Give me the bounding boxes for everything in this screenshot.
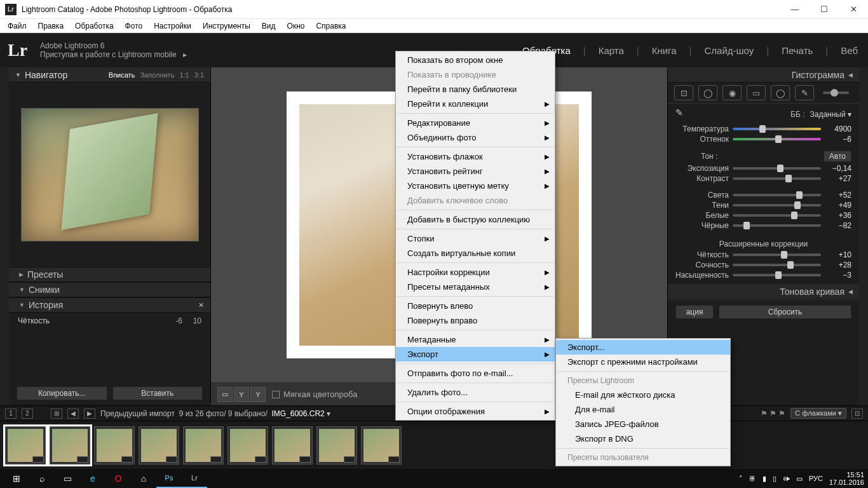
module-Карта[interactable]: Карта <box>596 45 627 56</box>
before-after-y-icon[interactable]: Y <box>234 387 249 402</box>
radial-tool-icon[interactable]: ◯ <box>771 85 790 100</box>
brand-line2[interactable]: Приступая к работе с Lightroom mobile <box>40 50 177 59</box>
ctx-item[interactable]: Отправить фото по e-mail... <box>396 366 555 381</box>
start-button[interactable]: ⊞ <box>4 469 29 488</box>
crop-tool-icon[interactable]: ⊡ <box>674 85 693 100</box>
ctx-item[interactable]: Настройки коррекции▶ <box>396 265 555 280</box>
film-thumb[interactable] <box>139 426 179 464</box>
slider-temperature[interactable]: Температура4900 <box>675 124 851 134</box>
maximize-button[interactable]: ☐ <box>810 0 839 19</box>
module-Слайд-шоу[interactable]: Слайд-шоу <box>702 45 757 56</box>
menu-photo[interactable]: Фото <box>120 20 148 32</box>
slider-blacks[interactable]: Чёрные−82 <box>675 220 851 231</box>
slider-whites[interactable]: Белые+36 <box>675 210 851 220</box>
slider-saturation[interactable]: Насыщенность−3 <box>675 270 851 280</box>
nav-3to1[interactable]: 3:1 <box>194 71 204 79</box>
menu-window[interactable]: Окно <box>282 20 310 32</box>
ctx-item[interactable]: Установить цветную метку▶ <box>396 179 555 193</box>
home-icon[interactable]: ⌂ <box>131 469 156 488</box>
copy-button[interactable]: Копировать... <box>17 386 107 400</box>
redeye-tool-icon[interactable]: ◉ <box>722 85 742 100</box>
ctx-item[interactable]: Экспорт в DNG <box>556 431 730 446</box>
second-display-icon[interactable]: 2 <box>22 409 33 419</box>
photoshop-taskbar-icon[interactable]: Ps <box>156 469 182 488</box>
film-thumb[interactable] <box>50 426 90 464</box>
ctx-item[interactable]: Опции отображения▶ <box>396 404 555 419</box>
tray-network-icon[interactable]: ▯ <box>773 475 776 483</box>
right-strip[interactable] <box>859 67 868 405</box>
ctx-item[interactable]: Экспорт▶ <box>396 347 555 362</box>
minimize-button[interactable]: — <box>780 0 810 19</box>
filmstrip-thumbs[interactable] <box>0 421 868 469</box>
ctx-item[interactable]: E-mail для жёсткого диска <box>556 388 730 402</box>
menu-view[interactable]: Вид <box>257 20 281 32</box>
ctx-item[interactable]: Запись JPEG-файлов <box>556 417 730 431</box>
tray-notify-icon[interactable]: ▭ <box>796 475 803 483</box>
ctx-item[interactable]: Повернуть вправо <box>396 313 555 328</box>
spot-tool-icon[interactable]: ◯ <box>698 85 717 100</box>
nav-fit[interactable]: Вписать <box>109 71 135 79</box>
film-thumb[interactable] <box>183 426 224 464</box>
before-after-yy-icon[interactable]: Y <box>250 387 266 402</box>
auto-tone-button[interactable]: Авто <box>824 151 851 162</box>
flag-filter-dropdown[interactable]: С флажками ▾ <box>790 408 846 419</box>
ctx-item[interactable]: Метаданные▶ <box>396 332 555 347</box>
tray-battery-icon[interactable]: ▮ <box>763 475 766 483</box>
film-thumb[interactable] <box>94 426 135 464</box>
film-thumb[interactable] <box>361 426 402 464</box>
slider-highlights[interactable]: Света+52 <box>675 190 851 200</box>
tray-chevron-icon[interactable]: ˄ <box>739 475 743 483</box>
ctx-item[interactable]: Создать виртуальные копии <box>396 246 555 261</box>
ctx-item[interactable]: Удалить фото... <box>396 385 555 400</box>
ctx-item[interactable]: Перейти к коллекции▶ <box>396 97 555 111</box>
loupe-view-icon[interactable]: ▭ <box>217 387 233 402</box>
ctx-item[interactable]: Объединить фото▶ <box>396 130 555 145</box>
module-Печать[interactable]: Печать <box>779 45 815 56</box>
ctx-item[interactable]: Для e-mail <box>556 402 730 417</box>
sync-button[interactable]: ация <box>675 305 714 319</box>
reset-button[interactable]: Сбросить <box>719 305 851 319</box>
menu-help[interactable]: Справка <box>311 20 351 32</box>
filmstrip-path[interactable]: Предыдущий импорт 9 из 26 фото/ 9 выбран… <box>100 409 330 418</box>
fwd-icon[interactable]: ▶ <box>84 409 95 419</box>
ctx-item[interactable]: Экспорт... <box>556 340 730 355</box>
ctx-item[interactable]: Экспорт с прежними настройками <box>556 355 730 369</box>
ctx-item[interactable]: Показать во втором окне <box>396 53 555 67</box>
snapshots-header[interactable]: ▼Снимки <box>9 282 210 297</box>
tray-lang[interactable]: РУС <box>809 475 823 482</box>
slider-contrast[interactable]: Контраст+27 <box>675 173 851 184</box>
menu-settings[interactable]: Настройки <box>149 20 196 32</box>
ctx-item[interactable]: Повернуть влево <box>396 299 555 313</box>
history-row[interactable]: Чёткость -6 10 <box>9 315 210 327</box>
ctx-item[interactable]: Установить рейтинг▶ <box>396 164 555 179</box>
close-button[interactable]: ✕ <box>839 0 868 19</box>
slider-shadows[interactable]: Тени+49 <box>675 200 851 210</box>
nav-1to1[interactable]: 1:1 <box>179 71 189 79</box>
slider-tint[interactable]: Оттенок−6 <box>675 134 851 144</box>
menu-file[interactable]: Файл <box>3 20 32 32</box>
lightroom-taskbar-icon[interactable]: Lr <box>182 469 207 488</box>
slider-clarity[interactable]: Чёткость+10 <box>675 250 851 260</box>
wb-dropdown[interactable]: Заданный ▾ <box>810 110 851 119</box>
menu-develop[interactable]: Обработка <box>70 20 119 32</box>
tray-clock[interactable]: 15:51 17.01.2016 <box>829 471 864 486</box>
tray-volume-icon[interactable]: 🕪 <box>783 475 790 482</box>
left-strip[interactable] <box>0 67 9 405</box>
gradient-tool-icon[interactable]: ▭ <box>747 85 766 100</box>
filter-lock-icon[interactable]: ⊡ <box>851 409 863 419</box>
film-thumb[interactable] <box>316 426 357 464</box>
slider-exposure[interactable]: Экспозиция−0,14 <box>675 163 851 173</box>
ctx-item[interactable]: Пресеты метаданных▶ <box>396 280 555 294</box>
menu-tools[interactable]: Инструменты <box>198 20 255 32</box>
slider-vibrance[interactable]: Сочность+28 <box>675 260 851 270</box>
tool-slider[interactable] <box>823 92 849 94</box>
ctx-item[interactable]: Редактирование▶ <box>396 116 555 130</box>
tray-shield-icon[interactable]: ⛨ <box>749 475 756 482</box>
softproof-checkbox[interactable]: Мягкая цветопроба <box>272 390 357 399</box>
flag-filter-icons[interactable]: ⚑ ⚑ ⚑ <box>761 409 786 418</box>
film-thumb[interactable] <box>5 426 46 464</box>
opera-icon[interactable]: O <box>105 469 131 488</box>
histogram-header[interactable]: Гистограмма◀ <box>668 67 859 83</box>
presets-header[interactable]: ▶Пресеты <box>9 267 210 282</box>
eyedropper-icon[interactable]: ✎ <box>675 107 689 121</box>
